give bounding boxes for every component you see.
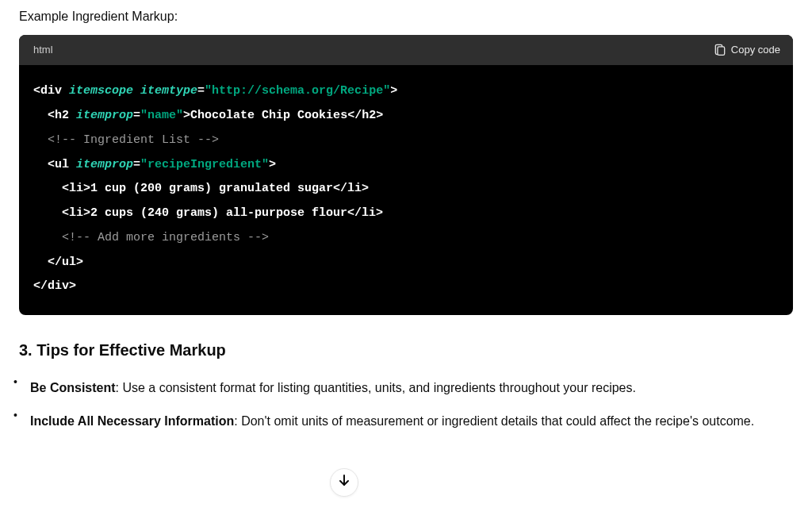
code-token: <li>2 cups (240 grams) all-purpose flour… [62,206,383,220]
code-token: >Chocolate Chip Cookies</h2> [183,109,383,122]
tip-body: : Use a consistent format for listing qu… [116,381,636,394]
code-language-label: html [33,42,53,59]
code-token: </ul> [48,256,83,269]
code-token: <ul [48,158,69,171]
intro-heading: Example Ingredient Markup: [19,6,793,27]
code-comment: <!-- Ingredient List --> [48,133,219,147]
code-block: html Copy code <div itemscope itemtype="… [19,35,793,316]
tip-title: Be Consistent [30,381,116,394]
clipboard-icon [714,44,726,56]
code-token: <div [33,84,62,98]
code-token: </div> [33,279,76,293]
code-token: itemtype [140,84,197,98]
section-heading: 3. Tips for Effective Markup [19,337,793,363]
tip-body: : Don't omit units of measurement or ing… [234,414,754,428]
code-token: "recipeIngredient" [140,158,269,171]
code-token: > [390,84,397,98]
code-comment: <!-- Add more ingredients --> [62,231,269,244]
code-token: <h2 [48,109,69,122]
code-token: itemscope [69,84,133,98]
code-body: <div itemscope itemtype="http://schema.o… [19,65,793,315]
copy-code-button[interactable]: Copy code [714,42,780,59]
code-token: <li>1 cup (200 grams) granulated sugar</… [62,182,369,195]
code-token: "http://schema.org/Recipe" [205,84,390,98]
svg-rect-0 [718,47,725,56]
tip-title: Include All Necessary Information [30,414,234,428]
list-item: Include All Necessary Information: Don't… [19,410,793,432]
code-token: > [269,158,276,171]
tips-list: Be Consistent: Use a consistent format f… [19,377,793,432]
code-header: html Copy code [19,35,793,66]
code-token: "name" [140,109,183,122]
code-token: itemprop [76,158,133,171]
code-token: itemprop [76,109,133,122]
list-item: Be Consistent: Use a consistent format f… [19,377,793,399]
copy-code-label: Copy code [731,42,780,59]
